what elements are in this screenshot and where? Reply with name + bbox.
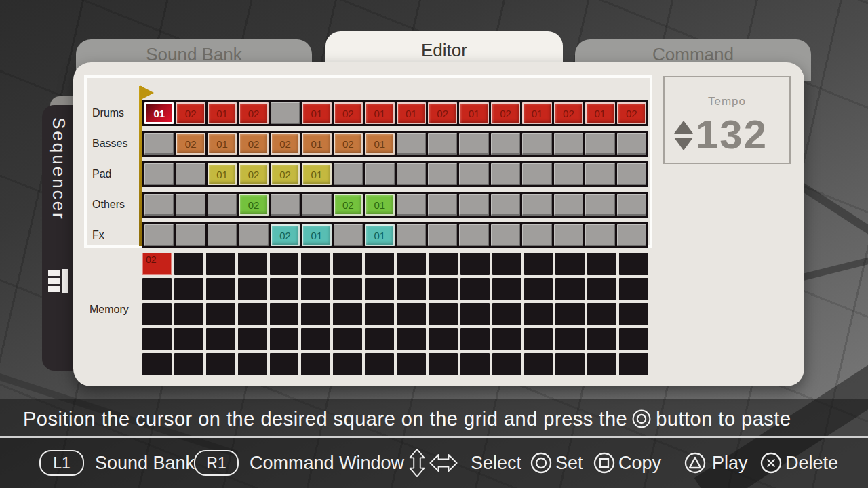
sequencer-cell[interactable] — [617, 194, 646, 216]
memory-cell[interactable] — [238, 303, 267, 325]
memory-cell[interactable] — [429, 253, 458, 275]
memory-cell[interactable] — [142, 328, 172, 350]
sequencer-cell[interactable]: 01 — [208, 163, 237, 185]
memory-cell[interactable] — [270, 303, 299, 325]
memory-cell[interactable] — [333, 278, 362, 300]
memory-cell[interactable] — [587, 328, 616, 350]
memory-cell[interactable] — [555, 353, 585, 375]
sequencer-cell[interactable] — [397, 133, 426, 155]
memory-cell[interactable] — [397, 303, 426, 325]
memory-cell[interactable] — [397, 253, 426, 275]
memory-cell[interactable] — [333, 353, 362, 375]
sequencer-cell[interactable] — [554, 224, 583, 246]
memory-cell[interactable] — [524, 303, 553, 325]
sequencer-cell[interactable] — [428, 194, 457, 216]
memory-cell[interactable] — [492, 303, 521, 325]
sequencer-cell[interactable]: 01 — [365, 224, 394, 246]
memory-cell[interactable] — [270, 278, 299, 300]
sequencer-cell[interactable] — [334, 224, 363, 246]
memory-cell[interactable] — [301, 253, 330, 275]
memory-cell[interactable] — [619, 328, 648, 350]
memory-cell[interactable] — [238, 253, 267, 275]
memory-cell[interactable] — [587, 253, 616, 275]
sequencer-cell[interactable] — [428, 224, 457, 246]
memory-cell[interactable] — [301, 328, 330, 350]
memory-cell[interactable] — [365, 303, 394, 325]
sequencer-cell[interactable]: 02 — [334, 133, 363, 155]
sequencer-cell[interactable]: 01 — [585, 102, 614, 124]
sequencer-cell[interactable] — [397, 163, 426, 185]
sequencer-cell[interactable] — [522, 163, 551, 185]
memory-cell[interactable] — [492, 278, 521, 300]
memory-cell[interactable] — [365, 328, 394, 350]
memory-cell[interactable] — [429, 328, 458, 350]
sequencer-cell[interactable] — [617, 224, 646, 246]
sequencer-cell[interactable] — [397, 194, 426, 216]
sequencer-cell[interactable]: 02 — [239, 102, 268, 124]
sequencer-cell[interactable] — [554, 133, 583, 155]
sequencer-cell[interactable]: 02 — [617, 102, 646, 124]
sequencer-cell[interactable] — [585, 194, 614, 216]
sequencer-cell[interactable] — [459, 194, 488, 216]
memory-cell[interactable] — [397, 328, 426, 350]
memory-cell[interactable] — [365, 253, 394, 275]
sequencer-cell[interactable] — [617, 163, 646, 185]
sequencer-cell[interactable] — [491, 133, 520, 155]
sequencer-cell[interactable]: 02 — [334, 194, 363, 216]
memory-cell[interactable]: 02 — [142, 253, 172, 275]
memory-cell[interactable] — [524, 328, 553, 350]
memory-cell[interactable] — [142, 278, 172, 300]
memory-cell[interactable] — [301, 278, 330, 300]
memory-cell[interactable] — [174, 278, 203, 300]
sequencer-cell[interactable] — [144, 163, 174, 185]
memory-cell[interactable] — [174, 353, 203, 375]
memory-cell[interactable] — [270, 353, 299, 375]
sequencer-cell[interactable]: 02 — [271, 224, 300, 246]
sequencer-cell[interactable]: 01 — [302, 102, 331, 124]
memory-cell[interactable] — [492, 253, 521, 275]
memory-cell[interactable] — [555, 253, 585, 275]
sequencer-cell[interactable] — [176, 194, 205, 216]
sequencer-cell[interactable] — [176, 163, 205, 185]
sequencer-cell[interactable] — [491, 224, 520, 246]
memory-cell[interactable] — [333, 303, 362, 325]
memory-cell[interactable] — [174, 253, 203, 275]
tempo-stepper[interactable] — [674, 121, 693, 150]
sequencer-cell[interactable] — [554, 194, 583, 216]
memory-cell[interactable] — [174, 303, 203, 325]
sequencer-cell[interactable] — [397, 224, 426, 246]
memory-cell[interactable] — [524, 278, 553, 300]
sequencer-cell[interactable] — [271, 102, 300, 124]
memory-cell[interactable] — [460, 353, 490, 375]
sequencer-cell[interactable] — [522, 224, 551, 246]
sequencer-cell[interactable]: 02 — [239, 133, 268, 155]
sequencer-cell[interactable]: 01 — [365, 102, 394, 124]
memory-cell[interactable] — [365, 353, 394, 375]
sequencer-cell[interactable] — [271, 194, 300, 216]
memory-cell[interactable] — [429, 353, 458, 375]
sequencer-cell[interactable]: 02 — [239, 194, 268, 216]
memory-cell[interactable] — [238, 353, 267, 375]
sequencer-cell[interactable] — [459, 224, 488, 246]
memory-cell[interactable] — [174, 328, 203, 350]
memory-cell[interactable] — [301, 353, 330, 375]
sequencer-cell[interactable]: 01 — [522, 102, 551, 124]
memory-cell[interactable] — [619, 353, 648, 375]
memory-cell[interactable] — [555, 278, 585, 300]
sequencer-cell[interactable]: 01 — [302, 163, 331, 185]
sequencer-cell[interactable]: 02 — [491, 102, 520, 124]
sequencer-cell[interactable] — [239, 224, 268, 246]
sequencer-cell[interactable] — [144, 133, 174, 155]
sequencer-cell[interactable]: 01 — [208, 133, 237, 155]
memory-cell[interactable] — [460, 278, 490, 300]
tempo-up-arrow-icon[interactable] — [674, 121, 693, 134]
memory-cell[interactable] — [524, 353, 553, 375]
memory-cell[interactable] — [587, 353, 616, 375]
sequencer-cell[interactable]: 02 — [334, 102, 363, 124]
memory-cell[interactable] — [555, 328, 585, 350]
sequencer-cell[interactable]: 01 — [459, 102, 488, 124]
memory-cell[interactable] — [142, 303, 172, 325]
memory-cell[interactable] — [492, 328, 521, 350]
sequencer-cell[interactable] — [144, 224, 174, 246]
sequencer-cell[interactable]: 02 — [554, 102, 583, 124]
